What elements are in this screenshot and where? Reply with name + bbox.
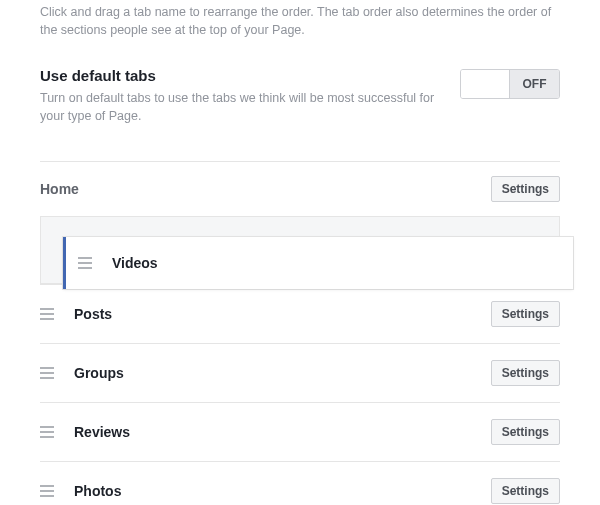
tab-settings-button[interactable]: Settings xyxy=(491,301,560,327)
drag-handle-icon[interactable] xyxy=(40,426,54,438)
drag-handle-icon[interactable] xyxy=(40,485,54,497)
tab-row[interactable]: Posts Settings xyxy=(40,284,560,343)
default-tabs-section: Use default tabs Turn on default tabs to… xyxy=(40,67,560,125)
toggle-off-label: OFF xyxy=(509,70,559,98)
toggle-on-side xyxy=(461,70,509,98)
tab-row[interactable]: Groups Settings xyxy=(40,343,560,402)
drag-handle-icon[interactable] xyxy=(78,257,92,269)
tab-row[interactable]: Reviews Settings xyxy=(40,402,560,461)
default-tabs-title: Use default tabs xyxy=(40,67,440,84)
tab-label: Photos xyxy=(74,483,121,499)
tab-settings-button[interactable]: Settings xyxy=(491,360,560,386)
home-label: Home xyxy=(40,181,79,197)
tab-label: Groups xyxy=(74,365,124,381)
tab-settings-button[interactable]: Settings xyxy=(491,419,560,445)
tab-row[interactable]: Photos Settings xyxy=(40,461,560,505)
drag-handle-icon[interactable] xyxy=(40,367,54,379)
dragged-tab-label: Videos xyxy=(112,255,158,271)
drag-handle-icon[interactable] xyxy=(40,308,54,320)
dragged-tab-videos[interactable]: Videos xyxy=(63,237,573,289)
tabs-list: Posts Settings Groups Settings Reviews S… xyxy=(40,284,560,505)
default-tabs-toggle[interactable]: OFF xyxy=(460,69,560,99)
tab-settings-button[interactable]: Settings xyxy=(491,478,560,504)
intro-text: Click and drag a tab name to rearrange t… xyxy=(40,4,560,39)
tab-label: Reviews xyxy=(74,424,130,440)
tab-label: Posts xyxy=(74,306,112,322)
home-settings-button[interactable]: Settings xyxy=(491,176,560,202)
drop-zone: Videos xyxy=(40,216,560,284)
home-row: Home Settings xyxy=(40,161,560,216)
default-tabs-desc: Turn on default tabs to use the tabs we … xyxy=(40,90,440,125)
